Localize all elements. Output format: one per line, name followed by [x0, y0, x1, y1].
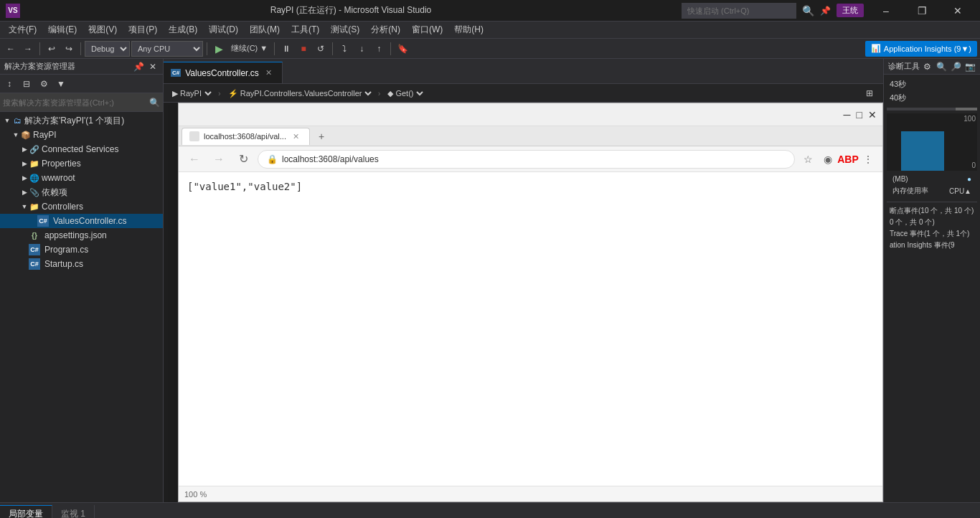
se-filter-btn[interactable]: ▼ [53, 76, 69, 92]
solution-explorer: 解决方案资源管理器 📌 ✕ ↕ ⊟ ⚙ ▼ 🔍 ▼ 🗂 解决方案'RayPI'(… [0, 59, 164, 502]
maximize-button[interactable]: ❐ [905, 0, 938, 22]
browser-menu-btn[interactable]: ⋮ [859, 151, 877, 168]
toolbar-step-out-btn[interactable]: ↑ [371, 41, 387, 57]
debug-mode-dropdown[interactable]: Debug [85, 41, 130, 57]
panel-pin-icon[interactable]: 📌 [133, 61, 144, 72]
diag-scrollbar-thumb [956, 108, 977, 110]
toolbar-sep-5 [332, 42, 333, 55]
tab-watch[interactable]: 监视 1 [52, 505, 95, 518]
startup-label: Startup.cs [44, 259, 83, 269]
diag-zoom-in-icon[interactable]: 🔍 [936, 61, 947, 72]
browser-refresh-btn[interactable]: ↻ [233, 149, 253, 169]
dependencies-icon: 📎 [29, 187, 40, 198]
menu-debug[interactable]: 调试(D) [203, 22, 244, 39]
menu-test[interactable]: 测试(S) [325, 22, 365, 39]
diag-time-1: 43秒 [887, 77, 977, 91]
search-icon[interactable]: 🔍 [802, 5, 814, 17]
menu-window[interactable]: 窗口(W) [406, 22, 448, 39]
browser-url-actions: ☆ ◉ ABP ⋮ [799, 151, 877, 168]
browser-tab-close-icon[interactable]: ✕ [291, 131, 302, 142]
diag-screenshot-icon[interactable]: 📷 [964, 61, 976, 72]
panel-close-icon[interactable]: ✕ [147, 61, 159, 72]
tree-properties[interactable]: ▶ 📁 Properties [0, 156, 163, 171]
menu-file[interactable]: 文件(F) [3, 22, 42, 39]
tree-wwwroot[interactable]: ▶ 🌐 wwwroot [0, 171, 163, 185]
browser-bookmark-btn[interactable]: ☆ [799, 151, 816, 168]
close-button[interactable]: ✕ [941, 0, 974, 22]
se-search-icon[interactable]: 🔍 [149, 98, 160, 108]
browser-adblock-btn[interactable]: ABP [839, 151, 857, 168]
minimize-button[interactable]: – [870, 0, 903, 22]
menu-help[interactable]: 帮助(H) [448, 22, 489, 39]
diag-chart-min: 0 [971, 161, 976, 169]
se-props-btn[interactable]: ⚙ [36, 76, 52, 92]
tree-appsettings[interactable]: {} appsettings.json [0, 228, 163, 242]
menu-view[interactable]: 视图(V) [83, 22, 123, 39]
browser-new-tab-btn[interactable]: + [311, 128, 331, 145]
browser-minimize-btn[interactable]: ─ [844, 109, 851, 121]
menu-edit[interactable]: 编辑(E) [42, 22, 83, 39]
tab-locals[interactable]: 局部变量 [0, 505, 52, 518]
namespace-breadcrumb[interactable]: ⚡ RayPI.Controllers.ValuesController [225, 88, 374, 98]
toolbar-step-over-btn[interactable]: ⤵ [336, 41, 352, 57]
browser-read-mode-btn[interactable]: ◉ [819, 151, 837, 168]
solution-label: 解决方案'RayPI'(1 个项目) [24, 115, 124, 127]
browser-maximize-btn[interactable]: □ [857, 109, 862, 121]
toolbar-fwd-btn[interactable]: → [20, 41, 36, 57]
toolbar-pause-btn[interactable]: ⏸ [278, 41, 294, 57]
toolbar-sep-3 [207, 42, 207, 55]
se-search-bar: 🔍 [0, 93, 163, 112]
diagnostics-panel: 诊断工具 ⚙ 🔍 🔎 📷 43秒 40秒 100 0 (MB) [883, 59, 980, 502]
menu-project[interactable]: 项目(P) [123, 22, 163, 39]
toolbar-step-into-btn[interactable]: ↓ [354, 41, 369, 57]
quick-launch-input[interactable] [682, 3, 796, 19]
browser-tab-bar: localhost:3608/api/val... ✕ + [179, 126, 882, 146]
diag-zoom-out-icon[interactable]: 🔎 [950, 61, 961, 72]
tree-startup[interactable]: C# Startup.cs [0, 257, 163, 271]
wwwroot-label: wwwroot [42, 173, 75, 183]
browser-close-btn[interactable]: ✕ [868, 109, 877, 121]
diag-scrollbar[interactable] [887, 108, 977, 110]
browser-url-bar[interactable]: 🔒 localhost:3608/api/values [258, 150, 795, 169]
project-arrow: ▼ [11, 131, 20, 138]
diag-settings-icon[interactable]: ⚙ [921, 61, 933, 72]
toolbar-bookmark-btn[interactable]: 🔖 [395, 41, 410, 57]
toolbar-stop-btn[interactable]: ■ [296, 41, 311, 57]
cpu-dropdown[interactable]: Any CPU [131, 41, 203, 57]
se-collapse-btn[interactable]: ⊟ [19, 76, 34, 92]
tree-dependencies[interactable]: ▶ 📎 依赖项 [0, 185, 163, 199]
tab-values-controller[interactable]: C# ValuesController.cs ✕ [164, 62, 283, 83]
editor-content[interactable]: 1 using System ─ □ ✕ [164, 103, 883, 502]
tree-values-controller[interactable]: C# ValuesController.cs [0, 214, 163, 228]
tree-program[interactable]: C# Program.cs [0, 242, 163, 257]
se-sync-btn[interactable]: ↕ [1, 76, 17, 92]
se-search-input[interactable] [3, 98, 149, 107]
toolbar-redo-btn[interactable]: ↪ [61, 41, 77, 57]
diag-chart-label-row: (MB) ● [887, 174, 977, 184]
toolbar-restart-btn[interactable]: ↺ [313, 41, 329, 57]
diag-memory-row: 内存使用率 CPU▲ [887, 184, 977, 197]
browser-forward-btn[interactable]: → [209, 149, 229, 169]
tab-close-btn[interactable]: ✕ [263, 67, 275, 79]
project-breadcrumb[interactable]: ▶ RayPI [169, 88, 214, 98]
editor-expand-btn[interactable]: ⊞ [862, 85, 877, 101]
method-breadcrumb[interactable]: ◆ Get() [385, 88, 425, 98]
browser-lock-icon: 🔒 [267, 154, 278, 164]
diag-time-2: 40秒 [887, 91, 977, 105]
browser-back-btn[interactable]: ← [184, 149, 204, 169]
toolbar-undo-btn[interactable]: ↩ [44, 41, 60, 57]
pin-icon[interactable]: 📌 [820, 6, 831, 16]
toolbar-back-btn[interactable]: ← [3, 41, 19, 57]
tree-controllers[interactable]: ▼ 📁 Controllers [0, 199, 163, 214]
tree-project[interactable]: ▼ 📦 RayPI [0, 128, 163, 142]
browser-tab-active[interactable]: localhost:3608/api/val... ✕ [182, 128, 310, 145]
menu-tools[interactable]: 工具(T) [286, 22, 325, 39]
menu-analyze[interactable]: 分析(N) [365, 22, 406, 39]
continue-btn[interactable]: ▶ [211, 41, 227, 57]
app-insights-button[interactable]: 📊 Application Insights (9▼) [865, 41, 977, 57]
diag-memory-label: 内存使用率 [890, 185, 931, 197]
menu-build[interactable]: 生成(B) [163, 22, 203, 39]
tree-solution[interactable]: ▼ 🗂 解决方案'RayPI'(1 个项目) [0, 113, 163, 128]
menu-team[interactable]: 团队(M) [244, 22, 286, 39]
tree-connected-services[interactable]: ▶ 🔗 Connected Services [0, 142, 163, 156]
